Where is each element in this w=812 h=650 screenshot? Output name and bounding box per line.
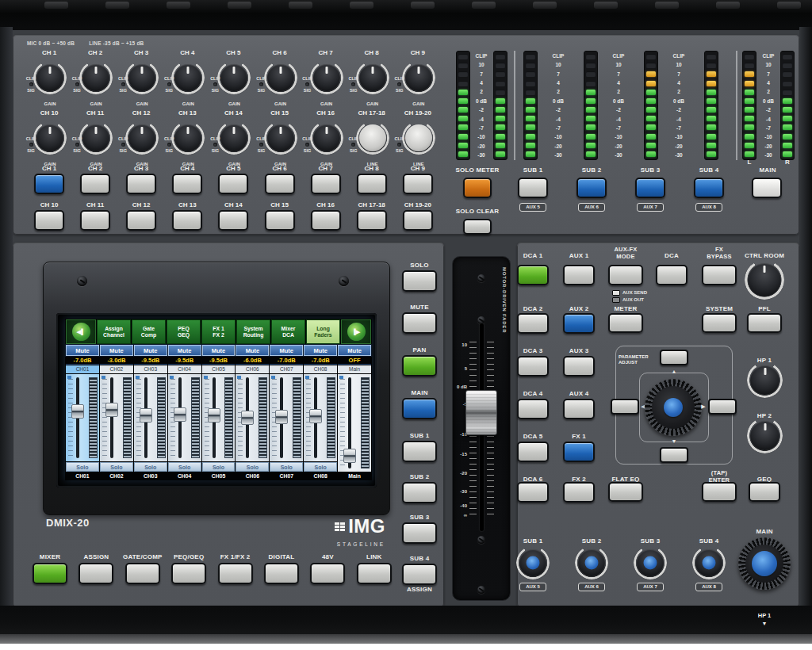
strip-solo-button[interactable]: Solo [134,462,167,472]
button-fx-1[interactable] [563,442,595,462]
strip-fader-area[interactable] [168,374,201,461]
strip-fader-area[interactable] [338,374,371,472]
select-button-ch-2[interactable] [80,174,110,194]
gain-knob-ch-12[interactable] [128,124,155,151]
gain-knob-ch-14[interactable] [220,124,247,151]
parameter-encoder[interactable] [645,379,702,436]
main-bus-button[interactable] [752,178,782,198]
gain-knob-ch-15[interactable] [267,124,294,151]
select-button-ch-19-20[interactable] [403,210,433,231]
gain-knob-ch-9[interactable] [405,64,432,91]
strip-solo-button[interactable]: Solo [236,462,269,472]
page-prev-button[interactable]: ◀▌ [66,319,96,344]
pfl-button[interactable] [747,313,782,333]
strip-solo-button[interactable]: Solo [100,462,133,472]
aux-fx-mode-button[interactable] [608,265,643,285]
gain-knob-ch-6[interactable] [267,64,294,91]
motor-fader-cap[interactable] [465,390,497,435]
strip-fader-handle[interactable] [208,408,220,422]
mode-button-mixer[interactable] [33,563,67,584]
mode-button-digital[interactable] [264,563,299,584]
select-button-ch-8[interactable] [357,174,387,194]
strip-mute-button[interactable]: Mute [338,345,371,356]
gain-knob-ch-5[interactable] [220,64,247,91]
screen-tab-fx-1-fx-2[interactable]: FX 1 FX 2 [201,319,236,344]
select-button-ch-10[interactable] [34,210,64,231]
screen-tab-gate-comp[interactable]: Gate Comp [132,319,166,344]
gain-knob-ch-11[interactable] [82,124,109,151]
select-button-ch-14[interactable] [218,210,248,231]
gain-knob-ch-13[interactable] [174,124,201,151]
gain-knob-ch-16[interactable] [313,124,340,151]
select-button-ch-15[interactable] [265,210,295,231]
sub-level-knob-sub-3[interactable] [637,549,664,576]
strip-mute-button[interactable]: Mute [66,345,99,356]
strip-fader-handle[interactable] [174,407,186,422]
hp1-knob[interactable] [750,365,779,395]
strip-fader-handle[interactable] [343,449,356,463]
geq-button[interactable] [749,482,780,502]
strip-solo-button[interactable]: Solo [202,462,236,472]
button-aux-4[interactable] [563,399,595,419]
strip-fader-area[interactable] [236,374,269,461]
strip-mute-button[interactable]: Mute [236,345,269,356]
strip-bus-button-sub-1[interactable] [402,441,437,462]
sub-bus-button-sub-2[interactable] [576,178,607,198]
gain-knob-ch-17-18[interactable] [359,124,386,151]
screen-tab-long-faders[interactable]: Long Faders [306,319,340,344]
hp2-knob[interactable] [750,421,779,450]
meter-button[interactable] [608,313,643,333]
select-button-ch-7[interactable] [311,174,341,194]
strip-bus-button-mute[interactable] [402,312,437,334]
select-button-ch-1[interactable] [34,174,64,194]
strip-solo-button[interactable]: Solo [270,462,303,472]
button-aux-1[interactable] [563,265,595,285]
gain-knob-ch-19-20[interactable] [405,124,432,151]
strip-fader-area[interactable] [66,374,99,461]
strip-fader-handle[interactable] [140,408,152,422]
select-button-ch-3[interactable] [126,174,156,194]
strip-bus-button-sub-4[interactable] [402,564,437,585]
button-aux-2[interactable] [563,313,595,334]
strip-mute-button[interactable]: Mute [168,345,201,356]
select-button-ch-12[interactable] [126,210,156,231]
select-button-ch-11[interactable] [80,210,110,231]
select-button-ch-4[interactable] [172,174,202,194]
tap-enter-button[interactable] [702,482,737,502]
strip-fader-handle[interactable] [71,404,84,419]
strip-bus-button-sub-3[interactable] [402,522,437,544]
gain-knob-ch-8[interactable] [359,64,386,91]
screen-tab-assign-channel[interactable]: Assign Channel [97,319,131,344]
strip-fader-area[interactable] [134,374,167,461]
solo-meter-button[interactable] [463,178,492,198]
sub-bus-button-sub-4[interactable] [694,178,724,198]
strip-fader-area[interactable] [304,374,337,461]
strip-fader-handle[interactable] [241,411,254,425]
strip-mute-button[interactable]: Mute [270,345,303,356]
mode-button-assign[interactable] [79,563,113,584]
strip-bus-button-solo[interactable] [402,270,437,292]
screen-tab-system-routing[interactable]: System Routing [236,319,270,344]
gain-knob-ch-2[interactable] [82,64,109,91]
sub-level-knob-sub-1[interactable] [519,549,546,576]
mode-button-gate-comp[interactable] [125,563,160,584]
screen-tab-peq-geq[interactable]: PEQ GEQ [167,319,201,344]
button-fx-2[interactable] [563,482,595,503]
dca-mode-button[interactable] [656,265,688,285]
button-aux-3[interactable] [563,356,595,377]
main-level-knob[interactable] [738,537,791,590]
select-button-ch-13[interactable] [172,210,202,231]
button-dca-6[interactable] [517,482,549,503]
sub-bus-button-sub-1[interactable] [518,178,548,198]
mode-button-48v[interactable] [310,563,345,584]
page-next-button[interactable]: ▐▶ [341,319,371,344]
touchscreen[interactable]: ◀▌Assign ChannelGate CompPEQ GEQFX 1 FX … [65,319,372,480]
gain-knob-ch-3[interactable] [128,64,155,91]
solo-clear-button[interactable] [463,219,492,235]
button-dca-5[interactable] [517,442,549,462]
gain-knob-ch-1[interactable] [36,64,63,91]
select-button-ch-5[interactable] [218,174,248,194]
button-dca-3[interactable] [517,356,549,377]
strip-fader-handle[interactable] [275,410,288,424]
strip-fader-handle[interactable] [105,403,118,417]
